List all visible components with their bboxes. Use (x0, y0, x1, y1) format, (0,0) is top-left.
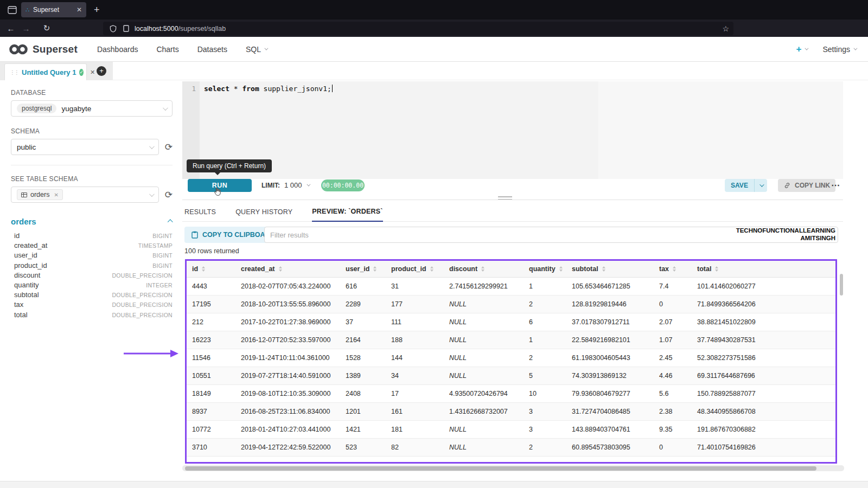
column-header[interactable]: quantity (524, 261, 566, 278)
cell-discount: NULL (444, 367, 524, 385)
browser-tab[interactable]: ∴ Superset ✕ (21, 2, 86, 17)
chevron-down-icon (805, 47, 809, 50)
tab-close-icon[interactable]: ✕ (76, 6, 82, 14)
forward-icon[interactable]: → (18, 24, 34, 33)
tab-results[interactable]: RESULTS (184, 208, 216, 221)
limit-dropdown[interactable]: LIMIT: 1 000 (261, 181, 309, 189)
cell-product-id: 31 (386, 278, 444, 296)
table-column-row: user_id BIGINT (11, 251, 173, 261)
column-header[interactable]: user_id (340, 261, 386, 278)
cell-product-id: 111 (386, 313, 444, 331)
results-body: 4443 2018-02-07T07:05:43.224000 616 31 2… (187, 278, 835, 457)
database-engine-badge: postgresql (17, 104, 56, 113)
drag-handle-icon[interactable]: ⋮⋮ (10, 69, 18, 75)
remove-table-icon[interactable]: ✕ (54, 192, 58, 198)
chevron-up-icon[interactable] (168, 219, 173, 224)
nav-item-datasets[interactable]: Datasets (197, 45, 227, 54)
page-icon (119, 22, 132, 35)
back-icon[interactable]: ← (3, 24, 18, 33)
column-header[interactable]: product_id (386, 261, 444, 278)
cell-id: 11546 (187, 349, 235, 367)
query-tab[interactable]: ⋮⋮ Untitled Query 1 ✓ ✕ (4, 63, 87, 80)
table-row: 4443 2018-02-07T07:05:43.224000 616 31 2… (187, 278, 835, 296)
pane-drag-handle-icon[interactable] (498, 196, 512, 201)
superset-navbar: Superset Dashboards Charts Datasets SQL … (0, 37, 868, 62)
nav-item-sql[interactable]: SQL (246, 45, 267, 54)
clipboard-icon (192, 231, 198, 239)
table-select[interactable]: orders ✕ (11, 187, 159, 203)
sort-icon[interactable] (202, 266, 205, 272)
cell-product-id: 17 (386, 385, 444, 403)
cell-subtotal: 61.1983004605443 (566, 349, 654, 367)
new-tab-button[interactable]: + (94, 4, 100, 16)
column-header[interactable]: discount (444, 261, 524, 278)
horizontal-scrollbar-track[interactable] (182, 465, 844, 471)
save-button[interactable]: SAVE (725, 179, 754, 192)
cell-id: 212 (187, 313, 235, 331)
cell-created-at: 2019-11-24T10:11:04.361000 (235, 349, 340, 367)
nav-item-charts[interactable]: Charts (156, 45, 178, 54)
refresh-tables-icon[interactable]: ⟳ (165, 190, 173, 200)
table-schema-header[interactable]: orders (11, 217, 173, 226)
sort-icon[interactable] (279, 266, 282, 272)
reload-icon[interactable]: ↻ (39, 23, 54, 33)
cell-tax: 9.35 (654, 421, 692, 439)
column-type: DOUBLE_PRECISION (112, 272, 173, 279)
url-bar[interactable]: localhost:5000/superset/sqllab ☆ (103, 22, 733, 35)
sort-icon[interactable] (481, 266, 484, 272)
column-header[interactable]: total (692, 261, 835, 278)
table-column-row: created_at TIMESTAMP (11, 241, 173, 251)
add-query-tab-button[interactable]: + (97, 66, 106, 76)
tab-preview-orders[interactable]: PREVIEW: `ORDERS` (312, 208, 382, 222)
cell-tax: 2.38 (654, 403, 692, 421)
cell-tax: 7.4 (654, 278, 692, 296)
superset-brand[interactable]: Superset (9, 43, 78, 55)
settings-menu[interactable]: Settings (822, 45, 856, 54)
row-count: 100 rows returned (184, 247, 239, 255)
table-row: 17195 2018-10-20T13:55:55.896000 2289 17… (187, 296, 835, 313)
nav-item-dashboards[interactable]: Dashboards (97, 45, 138, 54)
sql-editor[interactable]: 1 select * from supplier_jsonv1; (182, 81, 843, 179)
cell-quantity: 2 (524, 439, 566, 457)
query-tab-close-icon[interactable]: ✕ (90, 69, 95, 76)
cell-product-id: 144 (386, 349, 444, 367)
sort-icon[interactable] (602, 266, 605, 272)
column-header[interactable]: subtotal (566, 261, 654, 278)
horizontal-scrollbar-thumb[interactable] (185, 466, 816, 471)
column-name: discount (14, 271, 40, 279)
database-select[interactable]: postgresql yugabyte (11, 100, 173, 117)
sort-icon[interactable] (373, 266, 376, 272)
cell-id: 8937 (187, 403, 235, 421)
chevron-down-icon (264, 47, 268, 50)
schema-select[interactable]: public (11, 139, 159, 155)
tab-query-history[interactable]: QUERY HISTORY (235, 208, 292, 221)
sort-icon[interactable] (430, 266, 433, 272)
sort-icon[interactable] (715, 266, 718, 272)
cell-id: 18149 (187, 385, 235, 403)
refresh-schema-icon[interactable]: ⟳ (165, 143, 173, 152)
column-name: user_id (14, 251, 37, 259)
bookmark-star-icon[interactable]: ☆ (722, 24, 729, 33)
sort-icon[interactable] (673, 266, 676, 272)
cell-tax: 0 (654, 296, 692, 313)
run-query-tooltip: Run query (Ctrl + Return) (187, 159, 272, 172)
save-options-button[interactable] (754, 179, 767, 192)
copy-link-button[interactable]: COPY LINK (778, 179, 835, 192)
table-tag[interactable]: orders ✕ (17, 189, 63, 200)
table-column-row: quantity INTEGER (11, 281, 173, 291)
new-item-menu[interactable]: + (796, 44, 807, 55)
cell-total: 48.3440955866708 (692, 403, 835, 421)
column-header[interactable]: created_at (235, 261, 340, 278)
firefox-view-icon[interactable] (5, 3, 19, 17)
cell-discount: NULL (444, 331, 524, 349)
cell-subtotal: 74.303913869132 (566, 367, 654, 385)
column-header[interactable]: tax (654, 261, 692, 278)
cell-total: 71.4010754169826 (692, 439, 835, 457)
link-icon (783, 182, 791, 189)
more-options-button[interactable]: ⋯ (831, 180, 840, 190)
editor-toolbar: RUN LIMIT: 1 000 00:00:00.00 SAVE COPY L… (182, 179, 843, 193)
sort-icon[interactable] (559, 266, 563, 272)
cell-total: 191.867670306882 (692, 421, 835, 439)
column-header[interactable]: id (187, 261, 235, 278)
vertical-scrollbar[interactable] (840, 274, 843, 296)
